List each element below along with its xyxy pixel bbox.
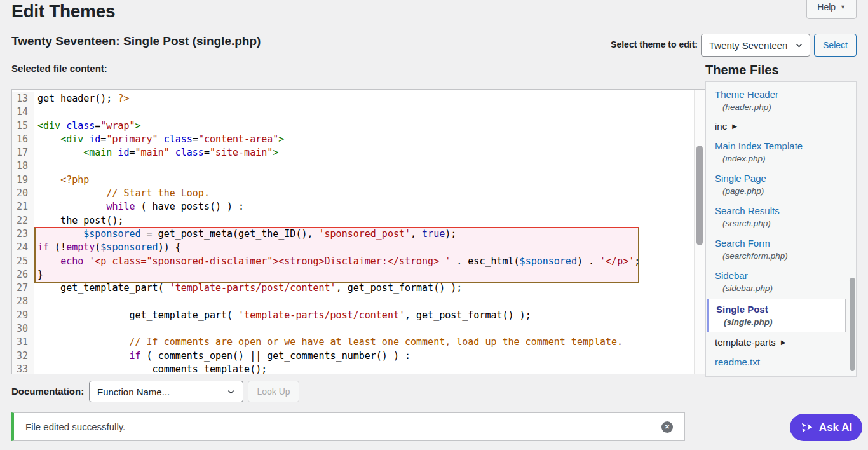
caret-down-icon: ▼: [840, 2, 846, 10]
theme-file-link[interactable]: Single Post: [716, 303, 837, 315]
editor-scrollbar[interactable]: [694, 90, 705, 374]
theme-file-item[interactable]: Search Results (search.php): [706, 201, 856, 233]
code-line[interactable]: 19 <?php: [12, 174, 705, 187]
selected-file-content-label: Selected file content:: [11, 63, 107, 74]
code-line[interactable]: 20 // Start the Loop.: [12, 187, 705, 200]
code-line[interactable]: 30: [12, 322, 705, 336]
ask-ai-spark-icon: [800, 421, 814, 435]
line-number: 28: [12, 295, 34, 308]
theme-file-filename: (sidebar.php): [715, 282, 848, 294]
notice-message: File edited successfully.: [25, 421, 125, 432]
ask-ai-label: Ask AI: [819, 421, 852, 434]
code-line[interactable]: 16 <div id="primary" class="content-area…: [12, 133, 705, 146]
theme-file-filename: (page.php): [715, 184, 848, 196]
line-number: 14: [12, 106, 34, 119]
current-file-heading: Twenty Seventeen: Single Post (single.ph…: [11, 34, 261, 48]
theme-file-item[interactable]: Main Index Template (index.php): [706, 136, 856, 168]
code-line[interactable]: 15<div class="wrap">: [12, 119, 705, 133]
line-number: 13: [12, 92, 34, 106]
function-name-value: Function Name...: [97, 386, 170, 397]
line-number: 17: [12, 146, 34, 160]
code-line[interactable]: 21 while ( have_posts() ) :: [12, 200, 705, 214]
theme-file-item[interactable]: Search Form (searchform.php): [706, 233, 856, 266]
chevron-down-icon: [795, 41, 803, 50]
line-number: 33: [12, 363, 34, 374]
select-theme-button[interactable]: Select: [814, 34, 857, 57]
code-line[interactable]: 17 <main id="main" class="site-main">: [12, 146, 705, 160]
code-line[interactable]: 33 comments_template();: [12, 363, 705, 374]
theme-file-item[interactable]: Single Page (page.php): [706, 168, 856, 201]
theme-folder-item[interactable]: inc ▶: [706, 117, 856, 136]
code-line[interactable]: 31 // If comments are open or we have at…: [12, 336, 705, 349]
line-number: 21: [12, 200, 34, 214]
line-number: 32: [12, 350, 34, 363]
theme-file-link[interactable]: Theme Header: [715, 88, 848, 100]
theme-file-item[interactable]: Theme Header (header.php): [706, 85, 856, 117]
code-line[interactable]: 27 get_template_part( 'template-parts/po…: [12, 282, 705, 295]
theme-folder-label: template-parts: [715, 337, 776, 348]
help-button-label: Help: [817, 2, 836, 12]
code-line[interactable]: 25 echo '<p class="sponsored-disclaimer"…: [12, 255, 705, 268]
line-number: 25: [12, 255, 34, 268]
folder-expand-arrow-icon[interactable]: ▶: [781, 339, 786, 346]
code-editor[interactable]: 13get_header(); ?>1415<div class="wrap">…: [11, 89, 705, 374]
line-number: 22: [12, 214, 34, 228]
line-number: 24: [12, 241, 34, 254]
theme-folder-item[interactable]: template-parts ▶: [706, 333, 856, 352]
sidebar-scrollbar-thumb[interactable]: [850, 278, 855, 371]
code-line[interactable]: 22 the_post();: [12, 214, 705, 228]
line-number: 26: [12, 268, 34, 282]
line-number: 20: [12, 187, 34, 200]
line-number: 15: [12, 119, 34, 133]
code-line[interactable]: 13get_header(); ?>: [12, 92, 705, 106]
code-line[interactable]: 32 if ( comments_open() || get_comments_…: [12, 350, 705, 363]
theme-file-item[interactable]: readme.txt: [706, 352, 856, 372]
code-line[interactable]: 18: [12, 160, 705, 173]
theme-file-filename: (search.php): [715, 217, 848, 229]
line-number: 30: [12, 322, 34, 336]
code-line[interactable]: 28: [12, 295, 705, 308]
line-number: 31: [12, 336, 34, 349]
success-notice: File edited successfully. ✕: [11, 412, 685, 441]
select-theme-label: Select theme to edit:: [611, 39, 698, 50]
theme-file-link[interactable]: Main Index Template: [715, 140, 848, 152]
line-number: 19: [12, 174, 34, 187]
theme-select-dropdown[interactable]: Twenty Seventeen: [701, 34, 810, 57]
theme-file-link[interactable]: Single Page: [715, 172, 848, 184]
line-number: 27: [12, 282, 34, 295]
code-lines[interactable]: 13get_header(); ?>1415<div class="wrap">…: [12, 90, 705, 374]
look-up-button: Look Up: [248, 381, 299, 402]
editor-scrollbar-thumb[interactable]: [696, 146, 703, 245]
code-line[interactable]: 23 $sponsored = get_post_meta(get_the_ID…: [12, 228, 705, 241]
theme-file-item[interactable]: Single Post (single.php): [707, 299, 846, 332]
theme-files-heading: Theme Files: [705, 63, 779, 78]
theme-file-filename: (searchform.php): [715, 249, 848, 261]
code-line[interactable]: 26}: [12, 268, 705, 282]
line-number: 29: [12, 309, 34, 322]
line-number: 23: [12, 228, 34, 241]
chevron-down-icon: [227, 388, 235, 396]
ask-ai-button[interactable]: Ask AI: [790, 414, 862, 441]
theme-file-link[interactable]: Sidebar: [715, 269, 848, 282]
theme-file-link[interactable]: Search Results: [715, 205, 848, 217]
theme-file-link[interactable]: Search Form: [715, 237, 848, 249]
theme-file-filename: (index.php): [715, 152, 848, 164]
function-name-dropdown[interactable]: Function Name...: [89, 381, 243, 402]
line-number: 16: [12, 133, 34, 146]
folder-expand-arrow-icon[interactable]: ▶: [732, 123, 737, 130]
theme-file-filename: (header.php): [715, 100, 848, 112]
theme-select-value: Twenty Seventeen: [709, 40, 787, 51]
code-line[interactable]: 24if (!empty($sponsored)) {: [12, 241, 705, 254]
theme-file-item[interactable]: Sidebar (sidebar.php): [706, 266, 856, 298]
page-title: Edit Themes: [11, 1, 115, 22]
theme-file-list[interactable]: Theme Header (header.php) inc ▶ Main Ind…: [705, 81, 857, 377]
code-line[interactable]: 14: [12, 106, 705, 119]
documentation-label: Documentation:: [11, 386, 84, 397]
line-number: 18: [12, 160, 34, 173]
help-button[interactable]: Help ▼: [806, 0, 857, 19]
theme-file-filename: (single.php): [716, 315, 837, 327]
code-line[interactable]: 29 get_template_part( 'template-parts/po…: [12, 309, 705, 322]
theme-file-link[interactable]: readme.txt: [715, 356, 848, 368]
theme-folder-label: inc: [715, 121, 727, 132]
dismiss-notice-icon[interactable]: ✕: [661, 421, 673, 433]
